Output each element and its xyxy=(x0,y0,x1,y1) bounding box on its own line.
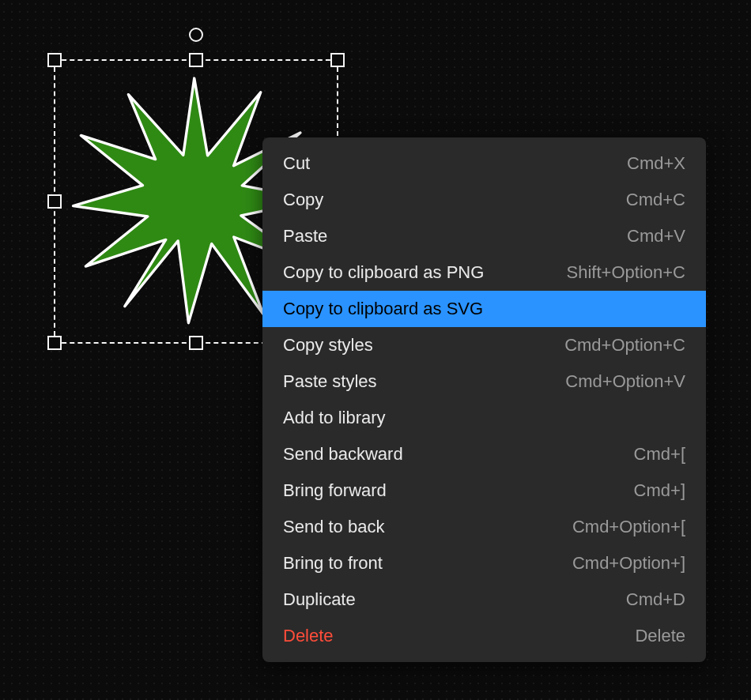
selection-handle-top-left[interactable] xyxy=(47,53,62,67)
menu-item-shortcut: Cmd+X xyxy=(627,155,685,172)
menu-item-shortcut: Cmd+D xyxy=(626,591,685,608)
menu-item-label: Bring to front xyxy=(283,555,383,572)
selection-handle-top-right[interactable] xyxy=(330,53,345,67)
menu-item-copy-svg[interactable]: Copy to clipboard as SVG xyxy=(262,291,706,327)
menu-item-paste-styles[interactable]: Paste stylesCmd+Option+V xyxy=(262,363,706,400)
menu-item-label: Bring forward xyxy=(283,482,387,499)
selection-rotate-handle[interactable] xyxy=(189,28,203,42)
menu-item-label: Paste styles xyxy=(283,373,377,390)
menu-item-label: Copy styles xyxy=(283,337,373,354)
menu-item-shortcut: Cmd+Option+[ xyxy=(572,518,685,536)
menu-item-shortcut: Cmd+[ xyxy=(634,446,685,463)
menu-item-shortcut: Cmd+Option+] xyxy=(572,555,685,572)
menu-item-delete[interactable]: DeleteDelete xyxy=(262,618,706,654)
menu-item-add-library[interactable]: Add to library xyxy=(262,400,706,436)
menu-item-bring-to-front[interactable]: Bring to frontCmd+Option+] xyxy=(262,545,706,581)
menu-item-copy-styles[interactable]: Copy stylesCmd+Option+C xyxy=(262,327,706,363)
menu-item-label: Cut xyxy=(283,155,310,172)
menu-item-label: Copy xyxy=(283,191,323,209)
menu-item-shortcut: Shift+Option+C xyxy=(567,264,685,281)
menu-item-shortcut: Cmd+] xyxy=(634,482,685,499)
menu-item-paste[interactable]: PasteCmd+V xyxy=(262,218,706,254)
selection-handle-bottom-left[interactable] xyxy=(47,336,62,350)
menu-item-label: Send to back xyxy=(283,518,384,536)
menu-item-shortcut: Cmd+Option+C xyxy=(564,337,685,354)
menu-item-shortcut: Cmd+V xyxy=(627,228,685,245)
selection-handle-bottom-middle[interactable] xyxy=(189,336,203,350)
menu-item-label: Paste xyxy=(283,228,327,245)
menu-item-label: Delete xyxy=(283,627,334,645)
menu-item-label: Copy to clipboard as SVG xyxy=(283,300,483,318)
menu-item-shortcut: Cmd+C xyxy=(626,191,685,209)
menu-item-cut[interactable]: CutCmd+X xyxy=(262,145,706,182)
menu-item-shortcut: Cmd+Option+V xyxy=(565,373,685,390)
menu-item-copy[interactable]: CopyCmd+C xyxy=(262,182,706,218)
menu-item-label: Copy to clipboard as PNG xyxy=(283,264,484,281)
context-menu: CutCmd+XCopyCmd+CPasteCmd+VCopy to clipb… xyxy=(262,137,706,662)
menu-item-send-to-back[interactable]: Send to backCmd+Option+[ xyxy=(262,509,706,545)
menu-item-label: Duplicate xyxy=(283,591,356,608)
menu-item-send-backward[interactable]: Send backwardCmd+[ xyxy=(262,436,706,472)
menu-item-duplicate[interactable]: DuplicateCmd+D xyxy=(262,581,706,618)
menu-item-label: Send backward xyxy=(283,446,403,463)
menu-item-bring-forward[interactable]: Bring forwardCmd+] xyxy=(262,472,706,509)
menu-item-label: Add to library xyxy=(283,409,386,427)
menu-item-shortcut: Delete xyxy=(635,627,685,645)
selection-handle-middle-left[interactable] xyxy=(47,194,62,209)
menu-item-copy-png[interactable]: Copy to clipboard as PNGShift+Option+C xyxy=(262,254,706,291)
selection-handle-top-middle[interactable] xyxy=(189,53,203,67)
